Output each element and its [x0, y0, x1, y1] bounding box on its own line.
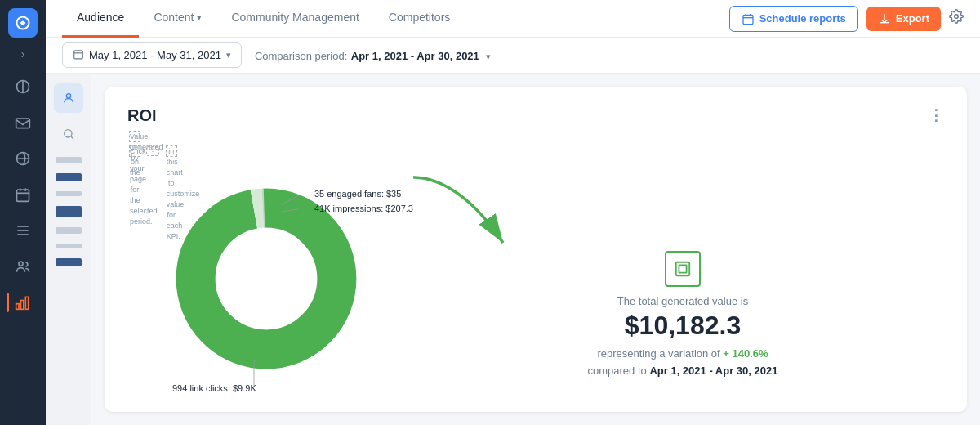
- tab-competitors[interactable]: Competitors: [374, 0, 465, 38]
- schedule-icon: [742, 12, 755, 25]
- chart-label-fans: 35 engaged fans: $35 41K impressions: $2…: [314, 187, 413, 216]
- svg-rect-16: [743, 15, 753, 24]
- nav-actions: Schedule reports Export: [729, 6, 964, 32]
- tab-community-label: Community Management: [231, 11, 359, 24]
- svg-point-20: [955, 15, 959, 19]
- comparison-chevron-icon: ▾: [486, 51, 491, 61]
- mini-block-5: [56, 227, 82, 234]
- sub-navigation: May 1, 2021 - May 31, 2021 ▾ Comparison …: [46, 38, 980, 74]
- content-chevron-icon: ▾: [197, 12, 202, 23]
- top-navigation: Audience Content ▾ Community Management …: [46, 0, 980, 38]
- chart-title: ROI: [127, 106, 179, 125]
- svg-rect-15: [25, 297, 28, 309]
- tab-content[interactable]: Content ▾: [139, 0, 216, 38]
- kpi-variation: representing a variation of + 140.6% com…: [588, 346, 778, 380]
- sidebar-icon-tasks[interactable]: [7, 214, 39, 247]
- date-range-picker[interactable]: May 1, 2021 - May 31, 2021 ▾: [62, 42, 242, 68]
- kpi-total-value: $10,182.3: [588, 311, 778, 341]
- svg-rect-21: [74, 51, 83, 59]
- sidebar: ›: [0, 0, 46, 425]
- tab-audience-label: Audience: [77, 11, 124, 24]
- chart-label-clicks: 994 link clicks: $9.9K: [172, 383, 256, 393]
- sidebar-icon-users[interactable]: [7, 250, 39, 283]
- clicks-label: 994 link clicks: $9.9K: [172, 383, 256, 393]
- chart-header: ROI Value generated by your page for the…: [127, 106, 944, 158]
- tab-content-label: Content: [154, 11, 194, 24]
- nav-tabs: Audience Content ▾ Community Management …: [62, 0, 729, 38]
- sidebar-icon-paper-plane[interactable]: [7, 70, 39, 103]
- kpi-total-label: The total generated value is: [588, 295, 778, 307]
- sidebar-collapse-icon[interactable]: ›: [21, 47, 25, 60]
- comparison-label: Comparison period:: [255, 50, 347, 62]
- variation-value: + 140.6%: [723, 347, 768, 360]
- comparison-range-value: Apr 1, 2021 - Apr 30, 2021: [351, 50, 479, 62]
- app-logo: [8, 8, 38, 38]
- green-arrow: [405, 169, 552, 267]
- svg-point-29: [217, 230, 315, 328]
- donut-chart-area: 35 engaged fans: $35 41K impressions: $2…: [127, 164, 421, 401]
- svg-rect-13: [16, 304, 19, 310]
- svg-rect-5: [17, 190, 29, 201]
- main-content: Audience Content ▾ Community Management …: [46, 0, 980, 425]
- export-icon: [878, 12, 891, 25]
- svg-rect-14: [21, 301, 24, 310]
- date-picker-chevron-icon: ▾: [226, 50, 231, 60]
- comparison-date-range: Apr 1, 2021 - Apr 30, 2021: [649, 365, 777, 377]
- date-range-value: May 1, 2021 - May 31, 2021: [89, 49, 221, 61]
- kpi-box: The total generated value is $10,182.3 r…: [588, 251, 778, 380]
- fans-label: 35 engaged fans: $35: [314, 189, 401, 199]
- content-area: ROI Value generated by your page for the…: [46, 74, 980, 425]
- mini-block-2: [56, 173, 82, 181]
- sidebar-icon-calendar[interactable]: [7, 178, 39, 211]
- export-label: Export: [896, 12, 929, 25]
- mini-block-3: [56, 191, 82, 196]
- customize-icon: ⋮: [146, 146, 159, 156]
- tab-community[interactable]: Community Management: [216, 0, 373, 38]
- chart-title-area: ROI Value generated by your page for the…: [127, 106, 179, 158]
- svg-point-24: [64, 130, 71, 137]
- export-button[interactable]: Export: [866, 7, 941, 31]
- mini-icon-search[interactable]: [54, 119, 83, 149]
- mini-block-4: [56, 206, 82, 217]
- chart-desc-line1: Value generated by your page for the sel…: [129, 131, 140, 142]
- sidebar-icon-globe[interactable]: [7, 142, 39, 175]
- calendar-icon: [73, 48, 84, 62]
- comparison-label: compared to: [588, 365, 647, 377]
- chart-desc-line3: in this chart to customize value for eac…: [166, 145, 177, 157]
- schedule-reports-button[interactable]: Schedule reports: [729, 6, 858, 32]
- mini-block-6: [56, 244, 82, 248]
- svg-line-25: [71, 136, 74, 139]
- tab-competitors-label: Competitors: [389, 11, 450, 24]
- sidebar-icon-chart[interactable]: [7, 286, 39, 319]
- kpi-frame-icon: [674, 260, 692, 278]
- svg-point-23: [66, 94, 70, 98]
- chart-body: 35 engaged fans: $35 41K impressions: $2…: [127, 164, 944, 401]
- mini-icon-audience[interactable]: [54, 83, 83, 113]
- svg-point-12: [19, 262, 23, 266]
- chart-description: Value generated by your page for the sel…: [127, 128, 179, 158]
- tab-audience[interactable]: Audience: [62, 0, 139, 38]
- kpi-area: The total generated value is $10,182.3 r…: [421, 186, 944, 380]
- svg-rect-34: [676, 262, 690, 276]
- variation-label: representing a variation of: [597, 347, 719, 360]
- svg-rect-3: [16, 119, 30, 128]
- mini-block-7: [56, 258, 82, 266]
- chart-panel: ROI Value generated by your page for the…: [105, 87, 967, 412]
- more-options-button[interactable]: ⋮: [929, 106, 944, 124]
- chart-desc-line2: Click on the: [129, 145, 140, 157]
- svg-rect-35: [679, 266, 686, 273]
- schedule-reports-label: Schedule reports: [760, 12, 846, 25]
- kpi-icon: [665, 251, 701, 287]
- impressions-label: 41K impressions: $207.3: [314, 204, 413, 213]
- settings-icon[interactable]: [949, 9, 964, 28]
- mini-sidebar: [46, 74, 91, 425]
- sidebar-icon-mail[interactable]: [7, 106, 39, 139]
- mini-block-1: [56, 157, 82, 163]
- comparison-period: Comparison period: Apr 1, 2021 - Apr 30,…: [255, 48, 491, 63]
